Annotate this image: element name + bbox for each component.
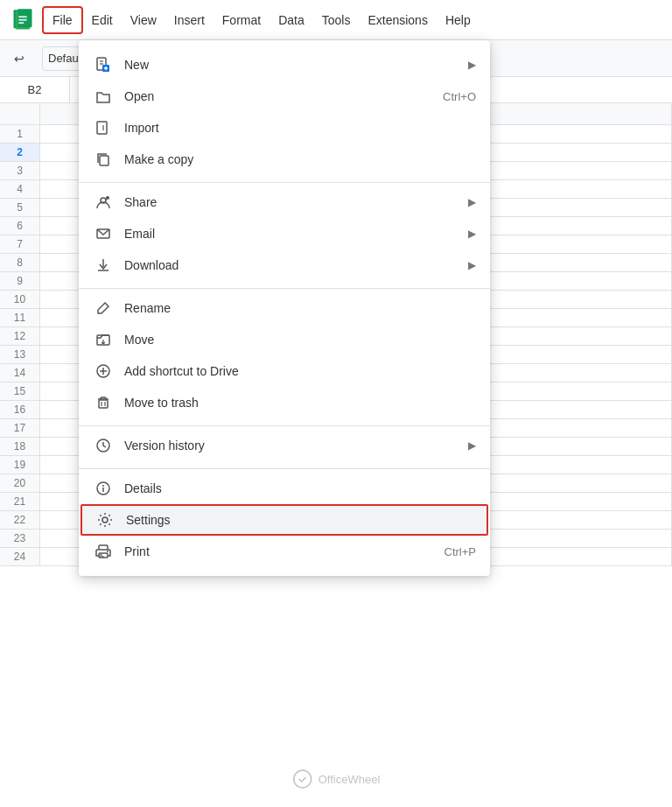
row-number: 2 — [0, 144, 40, 161]
info-icon — [93, 478, 114, 499]
svg-point-39 — [294, 770, 312, 788]
menu-open-label: Open — [124, 89, 443, 103]
menu-item-new[interactable]: New ▶ — [79, 49, 490, 81]
menu-move-trash-label: Move to trash — [124, 396, 476, 410]
menu-extensions[interactable]: Extensions — [359, 8, 436, 32]
menu-make-copy-label: Make a copy — [124, 152, 476, 166]
menu-item-rename[interactable]: Rename — [79, 292, 490, 324]
row-number: 4 — [0, 180, 40, 198]
menu-item-email[interactable]: Email ▶ — [79, 218, 490, 249]
share-icon — [93, 192, 114, 213]
row-number: 3 — [0, 162, 40, 179]
menu-item-version-history[interactable]: Version history ▶ — [79, 430, 490, 461]
row-number: 14 — [0, 364, 40, 382]
rename-icon — [93, 298, 114, 319]
watermark: OfficeWheel — [292, 768, 381, 789]
svg-rect-34 — [99, 545, 108, 550]
row-number: 6 — [0, 217, 40, 235]
download-icon — [93, 255, 114, 276]
trash-icon — [93, 392, 114, 413]
menu-help[interactable]: Help — [437, 8, 480, 32]
download-arrow: ▶ — [468, 259, 476, 271]
row-number: 8 — [0, 254, 40, 271]
row-number: 12 — [0, 327, 40, 345]
menu-new-label: New — [124, 58, 468, 72]
share-arrow: ▶ — [468, 196, 476, 208]
import-icon — [93, 117, 114, 138]
open-icon — [93, 86, 114, 107]
svg-rect-12 — [97, 122, 107, 134]
settings-icon — [94, 509, 116, 530]
menu-insert[interactable]: Insert — [165, 8, 214, 32]
menu-item-import[interactable]: Import — [79, 112, 490, 144]
file-menu-dropdown: New ▶ Open Ctrl+O — [79, 40, 490, 576]
menu-item-make-copy[interactable]: Make a copy — [79, 144, 490, 175]
version-arrow: ▶ — [468, 439, 476, 452]
svg-rect-4 — [18, 18, 26, 20]
row-number: 21 — [0, 493, 40, 510]
menu-download-label: Download — [124, 258, 468, 272]
row-number: 11 — [0, 309, 40, 326]
menu-item-print[interactable]: Print Ctrl+P — [79, 536, 490, 567]
menu-move-label: Move — [124, 333, 476, 347]
menu-file[interactable]: File — [42, 6, 83, 34]
print-icon — [93, 541, 114, 562]
row-number: 5 — [0, 199, 40, 216]
history-icon — [93, 435, 114, 456]
menu-import-label: Import — [124, 121, 476, 135]
row-number: 7 — [0, 235, 40, 253]
menu-item-move-trash[interactable]: Move to trash — [79, 387, 490, 418]
print-shortcut: Ctrl+P — [444, 545, 476, 558]
svg-rect-3 — [18, 16, 26, 18]
row-number: 19 — [0, 456, 40, 474]
menu-item-settings[interactable]: Settings — [80, 504, 488, 536]
row-number: 17 — [0, 419, 40, 437]
menu-format[interactable]: Format — [214, 8, 270, 32]
cell-address[interactable]: B2 — [0, 77, 70, 102]
email-arrow: ▶ — [468, 228, 476, 240]
menu-version-history-label: Version history — [124, 439, 468, 453]
menu-section-2: Share ▶ Email ▶ — [79, 182, 490, 284]
menu-add-shortcut-label: Add shortcut to Drive — [124, 364, 476, 378]
svg-point-38 — [107, 551, 108, 552]
watermark-text: OfficeWheel — [318, 773, 381, 786]
email-icon — [93, 223, 114, 244]
menu-rename-label: Rename — [124, 301, 476, 315]
row-number: 18 — [0, 438, 40, 455]
menu-view[interactable]: View — [122, 8, 165, 32]
row-number: 24 — [0, 548, 40, 565]
menu-item-download[interactable]: Download ▶ — [79, 249, 490, 281]
svg-rect-2 — [18, 9, 32, 27]
top-bar: File Edit View Insert Format Data Tools … — [0, 0, 672, 40]
open-shortcut: Ctrl+O — [443, 90, 476, 103]
row-number: 22 — [0, 511, 40, 529]
svg-rect-26 — [99, 400, 108, 408]
menu-edit[interactable]: Edit — [83, 8, 122, 32]
row-number: 23 — [0, 530, 40, 547]
menu-bar: File Edit View Insert Format Data Tools … — [42, 6, 480, 34]
menu-data[interactable]: Data — [270, 8, 313, 32]
menu-section-3: Rename Move — [79, 288, 490, 422]
row-number: 15 — [0, 382, 40, 400]
undo-button[interactable]: ↩ — [7, 46, 32, 71]
menu-print-label: Print — [124, 544, 444, 558]
svg-rect-5 — [18, 22, 24, 24]
move-icon — [93, 329, 114, 350]
menu-item-add-shortcut[interactable]: Add shortcut to Drive — [79, 355, 490, 387]
row-number: 16 — [0, 401, 40, 418]
menu-tools[interactable]: Tools — [313, 8, 360, 32]
menu-item-open[interactable]: Open Ctrl+O — [79, 81, 490, 112]
menu-section-5: Details Settings — [79, 468, 490, 571]
add-shortcut-icon — [93, 361, 114, 382]
menu-item-details[interactable]: Details — [79, 473, 490, 504]
new-arrow: ▶ — [468, 59, 476, 71]
copy-icon — [93, 149, 114, 170]
menu-section-1: New ▶ Open Ctrl+O — [79, 46, 490, 179]
menu-settings-label: Settings — [126, 513, 474, 527]
svg-point-32 — [102, 485, 104, 487]
row-number: 13 — [0, 346, 40, 363]
menu-item-move[interactable]: Move — [79, 324, 490, 355]
row-number: 9 — [0, 272, 40, 290]
menu-item-share[interactable]: Share ▶ — [79, 186, 490, 218]
row-number: 1 — [0, 125, 40, 143]
